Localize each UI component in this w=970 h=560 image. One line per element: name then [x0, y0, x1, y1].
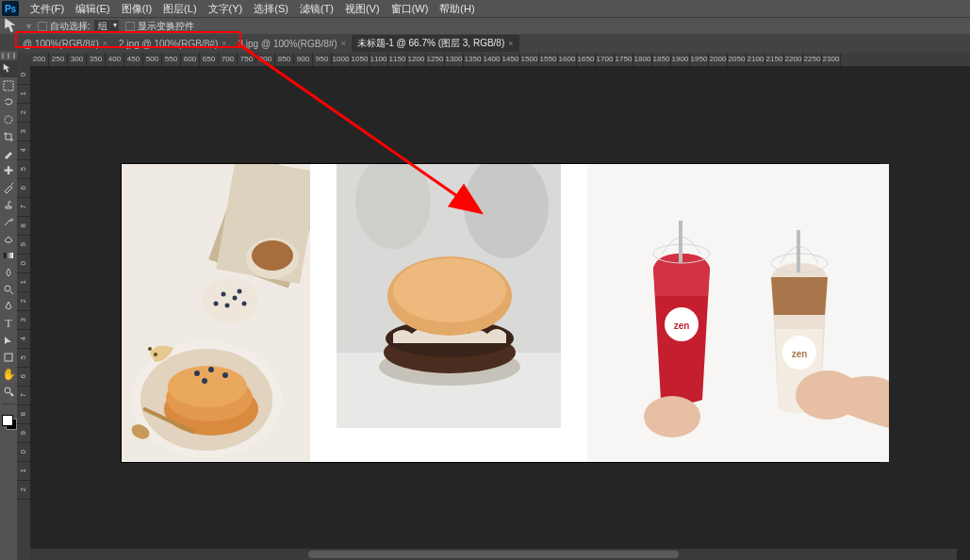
options-bar: ▾ 自动选择: 组 显示变换控件: [0, 17, 970, 34]
doc-tab-3[interactable]: 3.jpg @ 100%(RGB/8#) ×: [232, 35, 351, 52]
close-icon[interactable]: ×: [103, 39, 107, 48]
eyedropper-tool[interactable]: [0, 145, 17, 162]
lasso-tool[interactable]: [0, 94, 17, 111]
svg-rect-47: [797, 230, 800, 272]
crop-tool[interactable]: [0, 128, 17, 145]
show-transform-checkbox[interactable]: [125, 22, 135, 31]
marquee-tool[interactable]: [0, 77, 17, 94]
ruler-tick: 4: [17, 141, 30, 160]
ruler-tick: 3: [17, 311, 30, 330]
ruler-tick: 900: [294, 53, 313, 66]
doc-tab-2[interactable]: 2.jpg @ 100%(RGB/8#) ×: [113, 35, 232, 52]
app-logo: Ps: [2, 1, 19, 16]
menu-view[interactable]: 视图(V): [339, 0, 386, 18]
ruler-tick: 1950: [690, 53, 709, 66]
move-tool-icon[interactable]: [4, 20, 23, 33]
doc-tab-1[interactable]: @ 100%(RGB/8#) ×: [17, 35, 113, 52]
color-swatches[interactable]: [0, 413, 17, 432]
svg-point-26: [202, 378, 207, 384]
ruler-tick: 0: [17, 443, 30, 462]
placed-image-2[interactable]: [337, 164, 561, 428]
ruler-tick: 950: [313, 53, 332, 66]
quick-select-tool[interactable]: [0, 111, 17, 128]
ruler-tick: 250: [49, 53, 68, 66]
svg-rect-40: [587, 164, 889, 462]
clone-stamp-tool[interactable]: [0, 196, 17, 213]
brush-tool[interactable]: [0, 179, 17, 196]
svg-point-10: [252, 240, 293, 271]
menu-filter[interactable]: 滤镜(T): [294, 0, 339, 18]
ruler-tick: 2: [17, 292, 30, 311]
gradient-tool[interactable]: [0, 247, 17, 264]
menu-edit[interactable]: 编辑(E): [70, 0, 116, 18]
scrollbar-horizontal[interactable]: [30, 549, 957, 560]
ruler-tick: 9: [17, 424, 30, 443]
svg-rect-42: [679, 221, 682, 263]
menu-file[interactable]: 文件(F): [25, 0, 70, 18]
doc-tab-4[interactable]: 未标题-1 @ 66.7% (图层 3, RGB/8) ×: [352, 35, 519, 52]
svg-point-24: [208, 367, 214, 372]
ruler-tick: 1350: [464, 53, 483, 66]
ruler-tick: 1450: [501, 53, 520, 66]
foreground-swatch[interactable]: [2, 415, 13, 426]
type-tool[interactable]: T: [0, 315, 17, 332]
close-icon[interactable]: ×: [222, 39, 226, 48]
auto-select-value: 组: [98, 21, 107, 31]
ruler-tick: 1200: [407, 53, 426, 66]
menubar: Ps 文件(F) 编辑(E) 图像(I) 图层(L) 文字(Y) 选择(S) 滤…: [0, 0, 970, 17]
viewport[interactable]: zen zen: [30, 66, 970, 560]
ruler-tick: 1400: [483, 53, 501, 66]
auto-select-dropdown[interactable]: 组: [94, 20, 119, 33]
ruler-tick: 2300: [822, 53, 841, 66]
healing-brush-tool[interactable]: ✚: [0, 162, 17, 179]
menu-type[interactable]: 文字(Y): [203, 0, 249, 18]
svg-point-45: [644, 396, 700, 437]
pen-tool[interactable]: [0, 298, 17, 315]
ruler-tick: 2100: [747, 53, 765, 66]
menu-select[interactable]: 选择(S): [248, 0, 294, 18]
ruler-tick: 350: [87, 53, 106, 66]
auto-select-checkbox[interactable]: [38, 22, 47, 31]
menu-window[interactable]: 窗口(W): [386, 0, 435, 18]
palette-grip[interactable]: [2, 53, 15, 58]
svg-point-5: [5, 387, 10, 393]
ruler-vertical[interactable]: 01234567890123456789012: [17, 66, 30, 560]
ruler-tick: 1850: [652, 53, 671, 66]
svg-point-12: [221, 292, 225, 297]
hand-tool[interactable]: ✋: [0, 366, 17, 383]
blur-tool[interactable]: [0, 264, 17, 281]
ruler-tick: 1600: [558, 53, 577, 66]
ruler-tick: 500: [143, 53, 162, 66]
zoom-tool[interactable]: [0, 383, 17, 400]
ruler-tick: 1300: [445, 53, 464, 66]
ruler-tick: 1500: [520, 53, 539, 66]
ruler-tick: 2200: [784, 53, 803, 66]
menu-layer[interactable]: 图层(L): [157, 0, 202, 18]
ruler-tick: 800: [256, 53, 275, 66]
close-icon[interactable]: ×: [508, 39, 513, 48]
placed-image-3[interactable]: zen zen: [587, 164, 889, 462]
move-tool[interactable]: [0, 60, 17, 77]
ruler-tick: 1700: [596, 53, 615, 66]
ruler-tick: 9: [17, 236, 30, 255]
svg-point-16: [213, 302, 218, 306]
ruler-tick: 2: [17, 481, 30, 500]
ruler-horizontal[interactable]: 2002503003504004505005506006507007508008…: [30, 53, 970, 66]
document-canvas[interactable]: zen zen: [122, 164, 880, 462]
ruler-tick: 5: [17, 160, 30, 179]
scrollbar-thumb[interactable]: [308, 551, 679, 558]
history-brush-tool[interactable]: [0, 213, 17, 230]
menu-help[interactable]: 帮助(H): [434, 0, 480, 18]
ruler-tick: 1: [17, 85, 30, 104]
close-icon[interactable]: ×: [341, 39, 346, 48]
menu-image[interactable]: 图像(I): [116, 0, 157, 18]
svg-point-27: [148, 347, 152, 351]
svg-point-22: [168, 366, 247, 407]
placed-image-1[interactable]: [122, 164, 310, 462]
dodge-tool[interactable]: [0, 281, 17, 298]
eraser-tool[interactable]: [0, 230, 17, 247]
ruler-tick: 7: [17, 198, 30, 217]
ruler-tick: 1000: [332, 53, 351, 66]
shape-tool[interactable]: [0, 349, 17, 366]
path-select-tool[interactable]: [0, 332, 17, 349]
